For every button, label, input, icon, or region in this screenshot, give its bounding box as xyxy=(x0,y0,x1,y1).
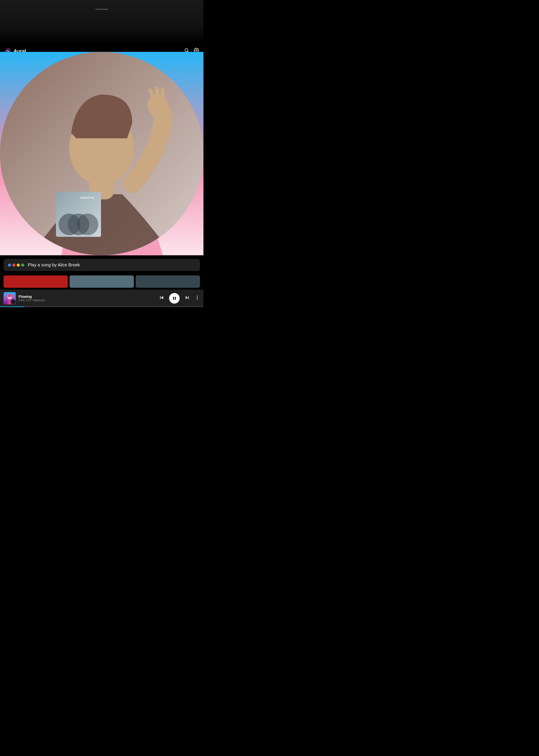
now-playing-separator: • xyxy=(32,299,34,302)
svg-point-87 xyxy=(197,297,198,298)
now-playing-controls xyxy=(159,293,200,304)
vinyl-overlay xyxy=(11,299,16,304)
svg-point-49 xyxy=(77,214,98,235)
album-card-jay-los[interactable]: Jay Los xyxy=(153,125,198,176)
podcast-card-1[interactable]: CREATIVE xyxy=(56,192,101,237)
previous-button[interactable] xyxy=(159,295,165,302)
main-layout: Home Recents xyxy=(0,58,203,256)
album-thumb-jay-los xyxy=(153,125,198,171)
recently-played-grid: Today's Top Hits ABSTRACT DESIGN xyxy=(56,71,198,176)
skip-prev-icon xyxy=(159,295,165,301)
pause-icon xyxy=(172,296,177,301)
now-playing-time: 0:18 / 2:37 xyxy=(19,299,31,302)
svg-point-88 xyxy=(197,299,198,300)
app-shell: Aural xyxy=(0,44,203,307)
skip-next-icon xyxy=(184,295,190,301)
content-area: Recently played xyxy=(51,58,203,256)
play-pause-button[interactable] xyxy=(169,293,180,304)
svg-text:CREATIVE: CREATIVE xyxy=(80,196,94,199)
now-playing-title: Flowing xyxy=(19,295,156,299)
now-playing-thumb xyxy=(4,292,16,304)
more-options-button[interactable] xyxy=(194,295,200,302)
svg-point-86 xyxy=(197,296,198,297)
now-playing-bar: Flowing 0:18 / 2:37 • Sasha Ko xyxy=(0,289,203,307)
progress-bar-fill xyxy=(0,306,25,307)
now-playing-sub: 0:18 / 2:37 • Sasha Ko xyxy=(19,299,156,302)
now-playing-artist: Sasha Ko xyxy=(34,299,45,302)
podcast-thumb-1: CREATIVE xyxy=(56,192,101,237)
next-button[interactable] xyxy=(184,295,190,302)
progress-bar-track[interactable] xyxy=(0,306,203,307)
more-vert-icon xyxy=(194,295,200,300)
now-playing-info: Flowing 0:18 / 2:37 • Sasha Ko xyxy=(19,295,156,302)
